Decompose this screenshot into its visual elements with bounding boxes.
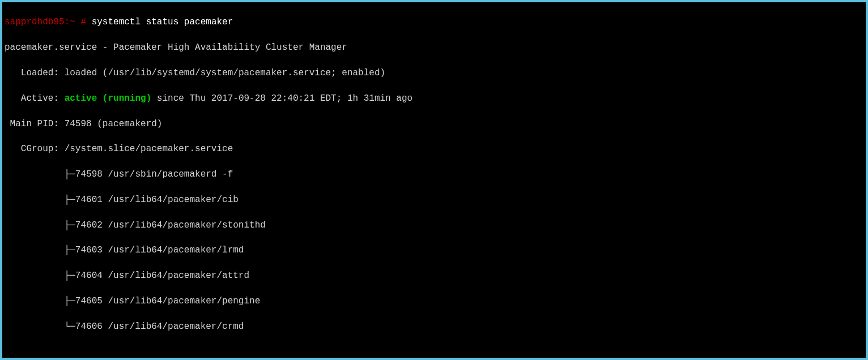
tree-line-4: ├─74603 /usr/lib64/pacemaker/lrmd xyxy=(5,244,863,256)
tree-line-1: ├─74598 /usr/sbin/pacemakerd -f xyxy=(5,168,863,181)
tree-line-2: ├─74601 /usr/lib64/pacemaker/cib xyxy=(5,194,863,206)
loaded-label: Loaded: xyxy=(5,68,65,78)
loaded-line: Loaded: loaded (/usr/lib/systemd/system/… xyxy=(5,67,863,79)
cgroup-line: CGroup: /system.slice/pacemaker.service xyxy=(5,143,863,155)
tree-line-6: ├─74605 /usr/lib64/pacemaker/pengine xyxy=(5,295,863,307)
active-status: active (running) xyxy=(65,93,152,104)
cgroup-label: CGroup: xyxy=(5,144,65,154)
service-description: pacemaker.service - Pacemaker High Avail… xyxy=(5,41,863,54)
prompt-symbol: # xyxy=(75,17,92,27)
blank-line xyxy=(5,346,863,358)
mainpid-label: Main PID: xyxy=(5,119,65,129)
terminal-window[interactable]: sapprdhdb95:~ # systemctl status pacemak… xyxy=(2,2,866,358)
cgroup-path: /system.slice/pacemaker.service xyxy=(65,144,233,154)
mainpid-value: 74598 (pacemakerd) xyxy=(65,119,163,129)
loaded-value: loaded (/usr/lib/systemd/system/pacemake… xyxy=(65,68,386,78)
active-label: Active: xyxy=(5,93,65,104)
prompt-host: sapprdhdb95:~ xyxy=(5,17,75,27)
mainpid-line: Main PID: 74598 (pacemakerd) xyxy=(5,118,863,130)
command-line: sapprdhdb95:~ # systemctl status pacemak… xyxy=(5,16,863,28)
active-line: Active: active (running) since Thu 2017-… xyxy=(5,92,863,105)
tree-line-3: ├─74602 /usr/lib64/pacemaker/stonithd xyxy=(5,219,863,232)
active-since: since Thu 2017-09-28 22:40:21 EDT; 1h 31… xyxy=(151,93,412,104)
tree-line-7: └─74606 /usr/lib64/pacemaker/crmd xyxy=(5,320,863,333)
command-text: systemctl status pacemaker xyxy=(92,17,233,27)
tree-line-5: ├─74604 /usr/lib64/pacemaker/attrd xyxy=(5,269,863,282)
